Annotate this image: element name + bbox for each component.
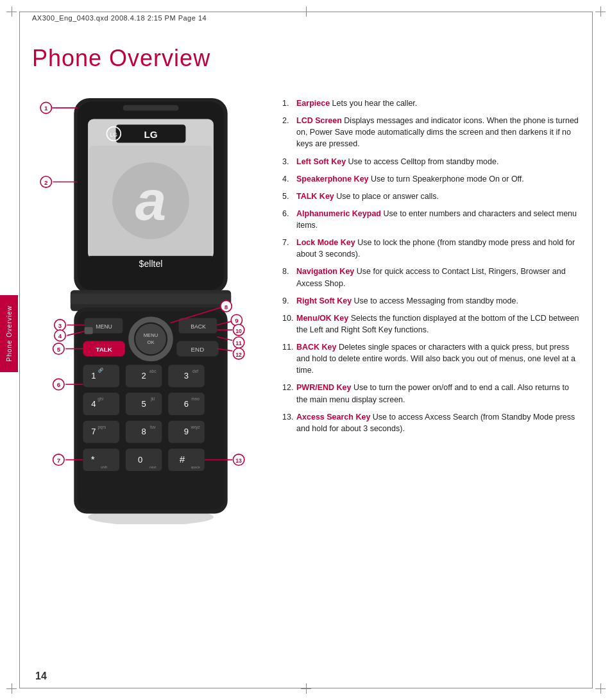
svg-rect-15 bbox=[71, 294, 231, 304]
page-number: 14 bbox=[35, 670, 47, 682]
desc-body-8: Navigation Key Use for quick access to C… bbox=[296, 266, 580, 289]
border-right bbox=[592, 12, 593, 688]
svg-text:3: 3 bbox=[58, 322, 62, 329]
reg-mark-br bbox=[595, 683, 606, 694]
svg-text:a: a bbox=[135, 169, 166, 232]
svg-text:🔗: 🔗 bbox=[98, 367, 104, 373]
desc-item-6: 6.Alphanumeric Keypad Use to enter numbe… bbox=[282, 208, 580, 231]
desc-num-4: 4. bbox=[282, 173, 294, 185]
desc-num-10: 10. bbox=[282, 312, 294, 336]
svg-text:$elltel: $elltel bbox=[139, 259, 163, 269]
svg-text:LG: LG bbox=[144, 129, 157, 140]
svg-text:2: 2 bbox=[44, 179, 48, 186]
desc-body-2: LCD Screen Displays messages and indicat… bbox=[296, 115, 580, 149]
svg-text:9: 9 bbox=[235, 317, 239, 324]
reg-mark-tr bbox=[595, 6, 606, 17]
desc-body-9: Right Soft Key Use to access Messaging f… bbox=[296, 295, 518, 307]
header-text: AX300_Eng_0403.qxd 2008.4.18 2:15 PM Pag… bbox=[32, 14, 207, 22]
svg-text:7: 7 bbox=[91, 427, 96, 436]
main-layout: LG LG a $elltel bbox=[32, 91, 580, 526]
page-title: Phone Overview bbox=[32, 45, 580, 72]
desc-item-3: 3.Left Soft Key Use to access Celltop fr… bbox=[282, 156, 580, 167]
desc-body-7: Lock Mode Key Use to lock the phone (fro… bbox=[296, 237, 580, 260]
side-tab-label: Phone Overview bbox=[6, 305, 13, 361]
reg-mark-tl bbox=[6, 6, 17, 17]
svg-text:5: 5 bbox=[57, 346, 61, 353]
svg-rect-13 bbox=[123, 105, 178, 111]
desc-key-3: Left Soft Key bbox=[296, 157, 346, 166]
desc-key-12: PWR/END Key bbox=[296, 383, 351, 392]
desc-body-13: Axcess Search Key Use to access Axcess S… bbox=[296, 411, 580, 434]
desc-item-13: 13.Axcess Search Key Use to access Axces… bbox=[282, 411, 580, 434]
svg-text:space: space bbox=[191, 465, 200, 469]
svg-rect-61 bbox=[126, 448, 162, 471]
desc-num-8: 8. bbox=[282, 266, 294, 289]
desc-body-1: Earpiece Lets you hear the caller. bbox=[296, 98, 417, 109]
desc-num-1: 1. bbox=[282, 98, 294, 109]
svg-text:BACK: BACK bbox=[191, 323, 206, 330]
svg-text:tuv: tuv bbox=[150, 425, 156, 429]
desc-body-3: Left Soft Key Use to access Celltop from… bbox=[296, 156, 498, 167]
svg-rect-30 bbox=[85, 327, 93, 334]
border-left bbox=[19, 12, 20, 688]
desc-item-4: 4.Speakerphone Key Use to turn Speakerph… bbox=[282, 173, 580, 185]
desc-body-6: Alphanumeric Keypad Use to enter numbers… bbox=[296, 208, 580, 231]
desc-num-5: 5. bbox=[282, 191, 294, 202]
svg-text:9: 9 bbox=[184, 427, 189, 436]
svg-text:1: 1 bbox=[91, 371, 96, 380]
svg-text:*: * bbox=[91, 454, 95, 465]
svg-text:#: # bbox=[180, 454, 185, 465]
svg-text:4: 4 bbox=[91, 399, 96, 409]
svg-text:10: 10 bbox=[235, 328, 242, 334]
svg-text:3: 3 bbox=[184, 371, 189, 380]
svg-text:MENU: MENU bbox=[96, 323, 112, 330]
desc-body-10: Menu/OK Key Selects the function display… bbox=[296, 312, 580, 336]
desc-item-1: 1.Earpiece Lets you hear the caller. bbox=[282, 98, 580, 109]
desc-body-12: PWR/END Key Use to turn the power on/off… bbox=[296, 382, 580, 405]
phone-svg: LG LG a $elltel bbox=[32, 91, 269, 524]
phone-image-container: LG LG a $elltel bbox=[32, 91, 269, 526]
svg-text:1: 1 bbox=[44, 105, 48, 112]
svg-text:mno: mno bbox=[191, 397, 200, 401]
desc-key-9: Right Soft Key bbox=[296, 296, 352, 305]
svg-text:TALK: TALK bbox=[96, 346, 112, 353]
desc-item-8: 8.Navigation Key Use for quick access to… bbox=[282, 266, 580, 289]
desc-key-8: Navigation Key bbox=[296, 267, 354, 276]
desc-item-12: 12.PWR/END Key Use to turn the power on/… bbox=[282, 382, 580, 405]
svg-text:6: 6 bbox=[57, 381, 61, 388]
content-area: Phone Overview LG LG bbox=[32, 32, 580, 668]
side-tab: Phone Overview bbox=[0, 295, 18, 372]
desc-num-13: 13. bbox=[282, 411, 294, 434]
desc-item-9: 9.Right Soft Key Use to access Messaging… bbox=[282, 295, 580, 307]
svg-text:0: 0 bbox=[138, 455, 142, 465]
svg-text:11: 11 bbox=[235, 340, 242, 346]
desc-key-11: BACK Key bbox=[296, 343, 337, 352]
svg-text:LG: LG bbox=[110, 132, 118, 138]
svg-text:6: 6 bbox=[184, 399, 189, 409]
svg-text:OK: OK bbox=[148, 339, 155, 345]
svg-text:5: 5 bbox=[141, 399, 146, 409]
desc-key-5: TALK Key bbox=[296, 192, 334, 201]
svg-text:wxyz: wxyz bbox=[190, 425, 200, 430]
desc-key-4: Speakerphone Key bbox=[296, 175, 369, 184]
description-list: 1.Earpiece Lets you hear the caller.2.LC… bbox=[282, 91, 580, 526]
svg-text:13: 13 bbox=[235, 457, 242, 464]
desc-key-13: Axcess Search Key bbox=[296, 413, 370, 422]
reg-mark-bc bbox=[301, 683, 311, 694]
desc-item-7: 7.Lock Mode Key Use to lock the phone (f… bbox=[282, 237, 580, 260]
svg-text:8: 8 bbox=[141, 427, 146, 436]
desc-key-1: Earpiece bbox=[296, 99, 330, 108]
desc-num-7: 7. bbox=[282, 237, 294, 260]
desc-key-6: Alphanumeric Keypad bbox=[296, 209, 381, 218]
desc-body-11: BACK Key Deletes single spaces or charac… bbox=[296, 341, 580, 376]
desc-body-4: Speakerphone Key Use to turn Speakerphon… bbox=[296, 173, 524, 185]
reg-mark-tc bbox=[301, 6, 311, 17]
desc-item-5: 5.TALK Key Use to place or answer calls. bbox=[282, 191, 580, 202]
desc-item-10: 10.Menu/OK Key Selects the function disp… bbox=[282, 312, 580, 336]
desc-key-7: Lock Mode Key bbox=[296, 238, 355, 247]
svg-text:MENU: MENU bbox=[144, 332, 158, 338]
desc-item-11: 11.BACK Key Deletes single spaces or cha… bbox=[282, 341, 580, 376]
desc-num-12: 12. bbox=[282, 382, 294, 405]
svg-text:END: END bbox=[191, 346, 205, 353]
svg-text:abc: abc bbox=[149, 369, 157, 373]
